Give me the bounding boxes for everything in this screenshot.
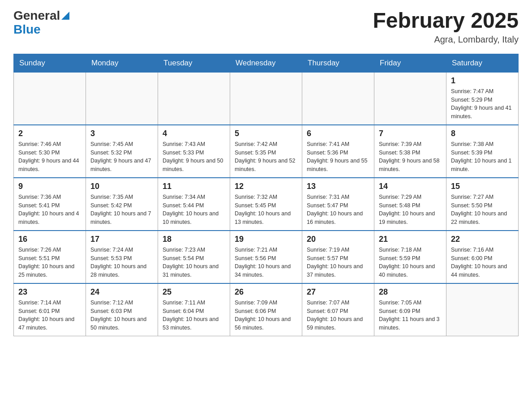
page-header: General Blue February 2025 Agra, Lombard… — [13, 9, 519, 45]
calendar-cell: 3Sunrise: 7:45 AM Sunset: 5:32 PM Daylig… — [86, 125, 158, 178]
day-info: Sunrise: 7:21 AM Sunset: 5:56 PM Dayligh… — [235, 246, 297, 279]
calendar-cell — [158, 72, 230, 125]
day-number: 17 — [90, 235, 153, 244]
day-number: 28 — [379, 287, 442, 297]
calendar-cell — [374, 72, 446, 125]
calendar-cell: 12Sunrise: 7:32 AM Sunset: 5:45 PM Dayli… — [230, 178, 302, 231]
calendar-cell: 21Sunrise: 7:18 AM Sunset: 5:59 PM Dayli… — [374, 231, 446, 283]
day-info: Sunrise: 7:42 AM Sunset: 5:35 PM Dayligh… — [235, 140, 297, 174]
day-number: 2 — [18, 129, 81, 138]
week-row-5: 23Sunrise: 7:14 AM Sunset: 6:01 PM Dayli… — [14, 283, 519, 336]
day-info: Sunrise: 7:07 AM Sunset: 6:07 PM Dayligh… — [307, 299, 369, 332]
day-number: 22 — [451, 235, 514, 244]
day-header-thursday: Thursday — [302, 54, 374, 72]
day-number: 10 — [90, 182, 153, 191]
day-number: 16 — [18, 235, 81, 244]
day-number: 12 — [235, 182, 297, 191]
logo: General Blue — [13, 9, 69, 37]
day-info: Sunrise: 7:47 AM Sunset: 5:29 PM Dayligh… — [451, 87, 514, 121]
day-info: Sunrise: 7:31 AM Sunset: 5:47 PM Dayligh… — [307, 193, 369, 227]
calendar-cell: 2Sunrise: 7:46 AM Sunset: 5:30 PM Daylig… — [14, 125, 86, 178]
day-info: Sunrise: 7:45 AM Sunset: 5:32 PM Dayligh… — [90, 140, 153, 174]
day-number: 19 — [235, 235, 297, 244]
calendar-cell: 11Sunrise: 7:34 AM Sunset: 5:44 PM Dayli… — [158, 178, 230, 231]
day-number: 26 — [235, 287, 297, 297]
calendar-cell: 17Sunrise: 7:24 AM Sunset: 5:53 PM Dayli… — [86, 231, 158, 283]
day-info: Sunrise: 7:38 AM Sunset: 5:39 PM Dayligh… — [451, 140, 514, 174]
calendar-cell: 14Sunrise: 7:29 AM Sunset: 5:48 PM Dayli… — [374, 178, 446, 231]
day-info: Sunrise: 7:11 AM Sunset: 6:04 PM Dayligh… — [163, 299, 225, 332]
calendar-cell: 28Sunrise: 7:05 AM Sunset: 6:09 PM Dayli… — [374, 283, 446, 336]
day-info: Sunrise: 7:24 AM Sunset: 5:53 PM Dayligh… — [90, 246, 153, 279]
day-info: Sunrise: 7:23 AM Sunset: 5:54 PM Dayligh… — [163, 246, 225, 279]
day-info: Sunrise: 7:18 AM Sunset: 5:59 PM Dayligh… — [379, 246, 442, 279]
calendar-cell — [446, 283, 519, 336]
calendar-cell — [14, 72, 86, 125]
calendar-cell — [302, 72, 374, 125]
day-number: 11 — [163, 182, 225, 191]
calendar-cell: 24Sunrise: 7:12 AM Sunset: 6:03 PM Dayli… — [86, 283, 158, 336]
day-info: Sunrise: 7:36 AM Sunset: 5:41 PM Dayligh… — [18, 193, 81, 227]
logo-triangle-icon — [61, 12, 69, 21]
calendar-cell: 13Sunrise: 7:31 AM Sunset: 5:47 PM Dayli… — [302, 178, 374, 231]
day-number: 9 — [18, 182, 81, 191]
calendar-cell: 10Sunrise: 7:35 AM Sunset: 5:42 PM Dayli… — [86, 178, 158, 231]
day-number: 7 — [379, 129, 442, 138]
day-number: 6 — [307, 129, 369, 138]
day-info: Sunrise: 7:14 AM Sunset: 6:01 PM Dayligh… — [18, 299, 81, 332]
calendar-cell: 22Sunrise: 7:16 AM Sunset: 6:00 PM Dayli… — [446, 231, 519, 283]
day-number: 23 — [18, 287, 81, 297]
calendar-cell: 20Sunrise: 7:19 AM Sunset: 5:57 PM Dayli… — [302, 231, 374, 283]
day-info: Sunrise: 7:43 AM Sunset: 5:33 PM Dayligh… — [163, 140, 225, 174]
day-info: Sunrise: 7:34 AM Sunset: 5:44 PM Dayligh… — [163, 193, 225, 227]
day-number: 13 — [307, 182, 369, 191]
calendar-cell: 27Sunrise: 7:07 AM Sunset: 6:07 PM Dayli… — [302, 283, 374, 336]
calendar-cell: 5Sunrise: 7:42 AM Sunset: 5:35 PM Daylig… — [230, 125, 302, 178]
week-row-3: 9Sunrise: 7:36 AM Sunset: 5:41 PM Daylig… — [14, 178, 519, 231]
day-info: Sunrise: 7:27 AM Sunset: 5:50 PM Dayligh… — [451, 193, 514, 227]
day-header-saturday: Saturday — [446, 54, 519, 72]
day-number: 18 — [163, 235, 225, 244]
calendar-cell: 1Sunrise: 7:47 AM Sunset: 5:29 PM Daylig… — [446, 72, 519, 125]
calendar-cell: 18Sunrise: 7:23 AM Sunset: 5:54 PM Dayli… — [158, 231, 230, 283]
day-info: Sunrise: 7:46 AM Sunset: 5:30 PM Dayligh… — [18, 140, 81, 174]
logo-blue-text: Blue — [13, 22, 41, 36]
day-number: 8 — [451, 129, 514, 138]
day-info: Sunrise: 7:32 AM Sunset: 5:45 PM Dayligh… — [235, 193, 297, 227]
calendar-cell: 8Sunrise: 7:38 AM Sunset: 5:39 PM Daylig… — [446, 125, 519, 178]
week-row-4: 16Sunrise: 7:26 AM Sunset: 5:51 PM Dayli… — [14, 231, 519, 283]
day-info: Sunrise: 7:41 AM Sunset: 5:36 PM Dayligh… — [307, 140, 369, 174]
day-number: 3 — [90, 129, 153, 138]
day-number: 27 — [307, 287, 369, 297]
week-row-2: 2Sunrise: 7:46 AM Sunset: 5:30 PM Daylig… — [14, 125, 519, 178]
calendar-header-row: SundayMondayTuesdayWednesdayThursdayFrid… — [14, 54, 519, 72]
day-info: Sunrise: 7:12 AM Sunset: 6:03 PM Dayligh… — [90, 299, 153, 332]
day-number: 5 — [235, 129, 297, 138]
month-title: February 2025 — [373, 9, 519, 33]
day-number: 1 — [451, 76, 514, 86]
day-info: Sunrise: 7:16 AM Sunset: 6:00 PM Dayligh… — [451, 246, 514, 279]
calendar-cell: 23Sunrise: 7:14 AM Sunset: 6:01 PM Dayli… — [14, 283, 86, 336]
calendar-cell: 26Sunrise: 7:09 AM Sunset: 6:06 PM Dayli… — [230, 283, 302, 336]
logo-general-text: General — [13, 9, 60, 23]
calendar-cell — [230, 72, 302, 125]
day-number: 14 — [379, 182, 442, 191]
day-header-wednesday: Wednesday — [230, 54, 302, 72]
day-number: 20 — [307, 235, 369, 244]
day-info: Sunrise: 7:26 AM Sunset: 5:51 PM Dayligh… — [18, 246, 81, 279]
calendar-cell: 9Sunrise: 7:36 AM Sunset: 5:41 PM Daylig… — [14, 178, 86, 231]
week-row-1: 1Sunrise: 7:47 AM Sunset: 5:29 PM Daylig… — [14, 72, 519, 125]
calendar-cell: 16Sunrise: 7:26 AM Sunset: 5:51 PM Dayli… — [14, 231, 86, 283]
day-info: Sunrise: 7:35 AM Sunset: 5:42 PM Dayligh… — [90, 193, 153, 227]
day-header-monday: Monday — [86, 54, 158, 72]
location: Agra, Lombardy, Italy — [373, 34, 519, 45]
day-header-tuesday: Tuesday — [158, 54, 230, 72]
calendar-cell: 7Sunrise: 7:39 AM Sunset: 5:38 PM Daylig… — [374, 125, 446, 178]
day-number: 21 — [379, 235, 442, 244]
calendar-table: SundayMondayTuesdayWednesdayThursdayFrid… — [13, 54, 519, 336]
day-number: 15 — [451, 182, 514, 191]
day-info: Sunrise: 7:05 AM Sunset: 6:09 PM Dayligh… — [379, 299, 442, 332]
calendar-cell: 25Sunrise: 7:11 AM Sunset: 6:04 PM Dayli… — [158, 283, 230, 336]
calendar-cell: 4Sunrise: 7:43 AM Sunset: 5:33 PM Daylig… — [158, 125, 230, 178]
calendar-cell: 19Sunrise: 7:21 AM Sunset: 5:56 PM Dayli… — [230, 231, 302, 283]
